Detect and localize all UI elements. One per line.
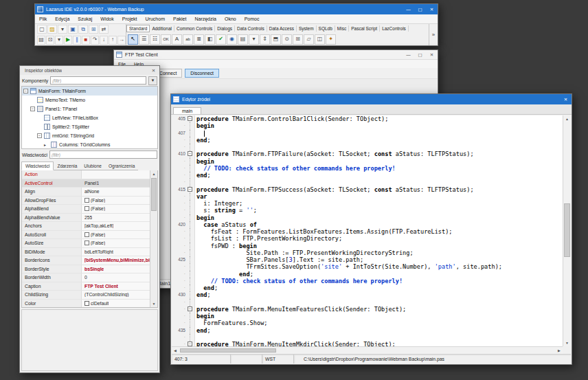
toolbar-stop-button[interactable]: ■: [82, 36, 90, 45]
inspector-tab-w-a-ciwo-ci[interactable]: Właściwości: [21, 161, 54, 170]
gutter-cell[interactable]: ·: [172, 158, 195, 165]
toolbar-step-into-button[interactable]: ↓: [100, 36, 108, 45]
toolbar-view-units-button[interactable]: ▤: [37, 36, 45, 45]
gutter-cell[interactable]: 430: [172, 291, 195, 298]
ftp-disconnect-button[interactable]: Disconnect: [185, 69, 219, 78]
gutter-cell[interactable]: ·: [172, 271, 195, 278]
property-row-align[interactable]: AlignalNone: [22, 188, 150, 197]
property-row-autoscroll[interactable]: AutoScroll(False): [22, 231, 150, 240]
gutter-cell[interactable]: 425: [172, 256, 195, 263]
gutter-cell[interactable]: 407: [172, 130, 195, 137]
editor-titlebar[interactable]: Edytor źródeł ✕: [171, 94, 572, 104]
tree-item-memotext-tmemo[interactable]: MemoText: TMemo: [22, 96, 157, 104]
palette-tbutton-button[interactable]: OK: [161, 34, 171, 45]
palette-tradiogroup-button[interactable]: ⊙: [282, 34, 292, 45]
gutter-cell[interactable]: ·: [172, 200, 195, 207]
palette-tmemo-button[interactable]: ≣: [194, 34, 204, 45]
gutter-cell[interactable]: ·: [172, 299, 195, 306]
gutter-cell[interactable]: ·: [172, 278, 195, 284]
property-row-bidimode[interactable]: BiDiModebdLeftToRight: [22, 248, 150, 257]
palette-tab-standard[interactable]: Standard: [126, 25, 150, 32]
property-row-alphablend[interactable]: AlphaBlend(False): [22, 205, 150, 214]
toolbar-build-mode-button[interactable]: ▾: [55, 36, 63, 45]
maximize-button[interactable]: ▢: [414, 50, 426, 59]
palette-tframe-button[interactable]: ◫: [315, 34, 325, 45]
gutter-cell[interactable]: 435: [172, 327, 195, 334]
checkbox-icon[interactable]: [84, 232, 89, 237]
gutter-cell[interactable]: ·: [172, 144, 195, 150]
toolbar-new-unit-button[interactable]: ▢: [37, 25, 47, 34]
scroll-down-icon[interactable]: ▼: [563, 339, 571, 346]
palette-tradiobutton-button[interactable]: ◉: [227, 34, 237, 45]
editor-vertical-scrollbar[interactable]: ▲ ▼: [563, 115, 571, 346]
gutter-cell[interactable]: 415−: [172, 186, 195, 193]
palette-tpanel-button[interactable]: ▱: [304, 34, 314, 45]
palette-tcombobox-button[interactable]: ▾: [249, 34, 259, 45]
palette-tcheckbox-button[interactable]: ✔: [216, 34, 226, 45]
tab-main[interactable]: main: [173, 107, 201, 114]
palette-tab-misc[interactable]: Misc: [335, 25, 349, 32]
palette-tscrollbar-button[interactable]: ⇕: [260, 34, 270, 45]
ide-titlebar[interactable]: Lazarus IDE v2.0.0 r60307 - Webman Backu…: [35, 4, 438, 14]
ide-menu-pomoc[interactable]: Pomoc: [240, 16, 264, 21]
minimize-button[interactable]: —: [403, 4, 414, 14]
collapse-icon[interactable]: −: [37, 133, 42, 138]
code-area[interactable]: 405−procedure TMainForm.ControlBar1Click…: [172, 115, 563, 346]
scroll-down-icon[interactable]: ▼: [150, 300, 157, 307]
toolbar-save-button[interactable]: ▣: [68, 25, 78, 34]
toolbar-open-button[interactable]: ▨: [47, 25, 57, 34]
gutter-cell[interactable]: ·: [172, 313, 195, 320]
palette-tcheckgroup-button[interactable]: ⊞: [293, 34, 303, 45]
ide-menu-widok[interactable]: Widok: [96, 16, 117, 21]
palette-tmainmenu-button[interactable]: ☰: [139, 34, 149, 45]
maximize-button[interactable]: ▢: [414, 4, 426, 14]
gutter-cell[interactable]: ·: [172, 165, 195, 172]
scroll-left-icon[interactable]: ◀: [172, 347, 179, 354]
scroll-right-icon[interactable]: ▶: [556, 347, 563, 354]
gutter-cell[interactable]: ·: [172, 193, 195, 200]
tree-item-rmtgrid-tstringgrid[interactable]: −rmtGrid: TStringGrid: [22, 131, 157, 140]
inspector-tab-zdarzenia[interactable]: Zdarzenia: [54, 162, 80, 170]
toolbar-open-dropdown-button[interactable]: ▾: [58, 25, 67, 34]
palette-tedit-button[interactable]: ab: [183, 34, 193, 45]
gutter-cell[interactable]: ·: [172, 263, 195, 270]
component-dropdown-button[interactable]: ▼: [148, 76, 157, 85]
toolbar-view-forms-button[interactable]: ⊡: [46, 36, 54, 45]
property-row-allowdropfiles[interactable]: AllowDropFiles(False): [22, 197, 150, 205]
expand-icon[interactable]: ▸: [44, 142, 49, 147]
property-row-activecontrol[interactable]: ActiveControlPanel1: [22, 179, 150, 188]
gutter-cell[interactable]: ·: [172, 235, 195, 242]
toolbar-run-button[interactable]: ▶: [64, 36, 72, 45]
property-row-borderstyle[interactable]: BorderStylebsSingle: [22, 265, 150, 274]
palette-tgroupbox-button[interactable]: ⬒: [271, 34, 281, 45]
ide-menu-pakiet[interactable]: Pakiet: [169, 16, 190, 21]
property-row-anchors[interactable]: Anchors[akTop,akLeft]: [22, 222, 150, 231]
scrollbar-thumb[interactable]: [564, 203, 570, 257]
close-button[interactable]: ✕: [148, 66, 159, 75]
editor-horizontal-scrollbar[interactable]: ◀ ▶: [172, 346, 563, 354]
scroll-up-icon[interactable]: ▲: [563, 115, 571, 122]
tree-item-columns-tgridcolumns[interactable]: ▸Columns: TGridColumns: [22, 140, 157, 149]
tree-item-panel1-tpanel[interactable]: −Panel1: TPanel: [22, 104, 157, 113]
inspector-titlebar[interactable]: Inspektor obiektów ✕: [20, 66, 159, 75]
toolbar-toggle-form-unit-button[interactable]: ⇄: [99, 25, 109, 34]
ftp-titlebar[interactable]: FTP Test Client — ▢ ✕: [114, 50, 438, 60]
gutter-cell[interactable]: 405−: [172, 115, 195, 122]
toolbar-new-form-button[interactable]: ⊞: [89, 25, 98, 34]
properties-filter-input[interactable]: [49, 150, 157, 159]
collapse-icon[interactable]: −: [30, 107, 35, 111]
tree-item-mainform-tmainform[interactable]: −MainForm: TMainForm: [22, 87, 157, 96]
fold-icon[interactable]: −: [188, 306, 192, 311]
fold-icon[interactable]: −: [188, 151, 192, 156]
toolbar-step-out-button[interactable]: ↑: [109, 36, 117, 45]
close-button[interactable]: ✕: [560, 94, 572, 104]
palette-ttogglebox-button[interactable]: ◧: [205, 34, 215, 45]
palette-tpopupmenu-button[interactable]: ☷: [150, 34, 160, 45]
gutter-cell[interactable]: ·: [172, 214, 195, 221]
palette-tab-sqldb[interactable]: SQLdb: [317, 25, 335, 32]
property-row-color[interactable]: ColorclDefault: [22, 300, 150, 308]
components-filter-input[interactable]: [50, 76, 146, 85]
collapse-icon[interactable]: −: [23, 89, 28, 93]
palette-scroll-button[interactable]: »: [429, 24, 438, 45]
property-row-alphablendvalue[interactable]: AlphaBlendValue255: [22, 214, 150, 223]
